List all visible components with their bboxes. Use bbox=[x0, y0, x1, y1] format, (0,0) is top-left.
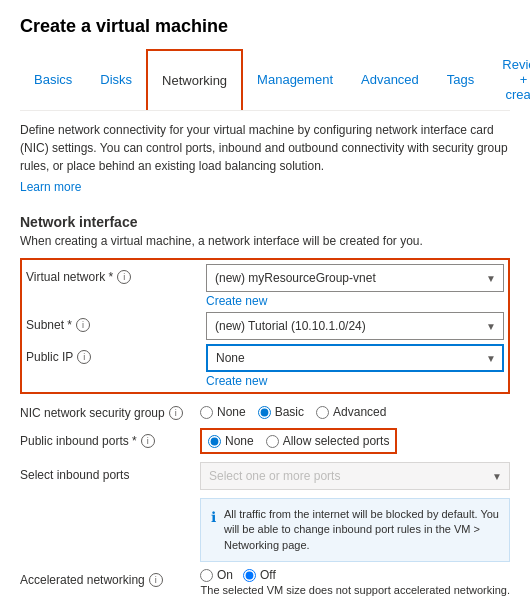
public-inbound-ports-info-icon[interactable]: i bbox=[141, 434, 155, 448]
subnet-label: Subnet * bbox=[26, 318, 72, 332]
inbound-allow-option[interactable]: Allow selected ports bbox=[266, 434, 390, 448]
nic-security-none-option[interactable]: None bbox=[200, 405, 246, 419]
select-inbound-ports-label: Select inbound ports bbox=[20, 468, 129, 482]
tab-review-create[interactable]: Review + create bbox=[488, 49, 530, 110]
accelerated-networking-on-option[interactable]: On bbox=[200, 568, 233, 582]
subnet-select[interactable]: (new) Tutorial (10.10.1.0/24) bbox=[206, 312, 504, 340]
tab-advanced[interactable]: Advanced bbox=[347, 49, 433, 110]
accelerated-networking-info-icon[interactable]: i bbox=[149, 573, 163, 587]
nic-security-basic-option[interactable]: Basic bbox=[258, 405, 304, 419]
tab-basics[interactable]: Basics bbox=[20, 49, 86, 110]
public-ip-label: Public IP bbox=[26, 350, 73, 364]
tab-networking[interactable]: Networking bbox=[146, 49, 243, 110]
learn-more-link[interactable]: Learn more bbox=[20, 180, 81, 194]
accelerated-networking-label: Accelerated networking bbox=[20, 573, 145, 587]
inbound-info-box: ℹ All traffic from the internet will be … bbox=[200, 498, 510, 562]
network-interface-title: Network interface bbox=[20, 214, 510, 230]
tab-management[interactable]: Management bbox=[243, 49, 347, 110]
virtual-network-select[interactable]: (new) myResourceGroup-vnet bbox=[206, 264, 504, 292]
public-ip-select[interactable]: None bbox=[206, 344, 504, 372]
subnet-info-icon[interactable]: i bbox=[76, 318, 90, 332]
virtual-network-create-new[interactable]: Create new bbox=[206, 294, 267, 308]
nic-security-group-label: NIC network security group bbox=[20, 406, 165, 420]
network-interface-desc: When creating a virtual machine, a netwo… bbox=[20, 234, 510, 248]
public-inbound-ports-label: Public inbound ports * bbox=[20, 434, 137, 448]
virtual-network-info-icon[interactable]: i bbox=[117, 270, 131, 284]
nic-security-advanced-option[interactable]: Advanced bbox=[316, 405, 386, 419]
tab-disks[interactable]: Disks bbox=[86, 49, 146, 110]
select-inbound-ports-select[interactable]: Select one or more ports bbox=[200, 462, 510, 490]
tab-tags[interactable]: Tags bbox=[433, 49, 488, 110]
inbound-info-text: All traffic from the internet will be bl… bbox=[224, 507, 499, 553]
accelerated-networking-off-option[interactable]: Off bbox=[243, 568, 276, 582]
page-title: Create a virtual machine bbox=[20, 16, 510, 37]
public-ip-create-new[interactable]: Create new bbox=[206, 374, 267, 388]
public-ip-info-icon[interactable]: i bbox=[77, 350, 91, 364]
accelerated-networking-note: The selected VM size does not support ac… bbox=[200, 584, 510, 596]
page-description: Define network connectivity for your vir… bbox=[20, 121, 510, 175]
inbound-none-option[interactable]: None bbox=[208, 434, 254, 448]
info-circle-icon: ℹ bbox=[211, 508, 216, 528]
nic-security-group-info-icon[interactable]: i bbox=[169, 406, 183, 420]
tab-bar: Basics Disks Networking Management Advan… bbox=[20, 49, 510, 111]
virtual-network-label: Virtual network * bbox=[26, 270, 113, 284]
